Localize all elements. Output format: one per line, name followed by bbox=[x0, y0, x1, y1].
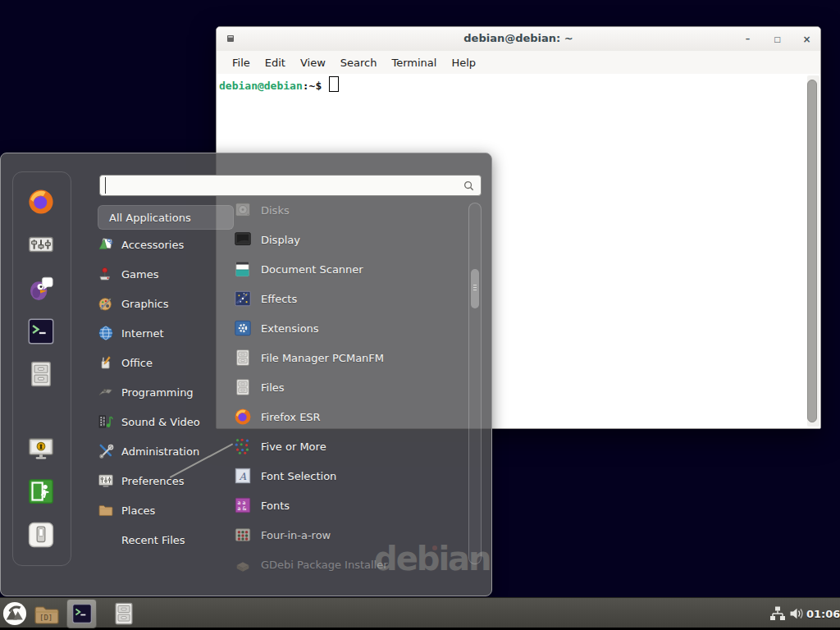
category-label: Programming bbox=[121, 386, 194, 399]
terminal-scrollbar-track[interactable] bbox=[807, 75, 819, 427]
menu-search[interactable]: Search bbox=[333, 57, 385, 69]
desktop-folder-button[interactable]: [D] bbox=[33, 601, 59, 628]
maximize-button[interactable]: □ bbox=[772, 35, 783, 43]
app-label: GDebi Package Installer bbox=[261, 559, 388, 571]
gdebi-icon bbox=[234, 555, 252, 573]
category-list: All ApplicationsAccessoriesGamesGraphics… bbox=[98, 205, 234, 555]
preferences-icon bbox=[98, 472, 114, 489]
category-label: Graphics bbox=[121, 298, 168, 310]
menu-file[interactable]: File bbox=[225, 57, 258, 69]
app-item-document-scanner[interactable]: Document Scanner bbox=[234, 254, 468, 284]
search-box bbox=[99, 175, 482, 196]
menu-terminal[interactable]: Terminal bbox=[384, 57, 444, 69]
category-label: Recent Files bbox=[121, 534, 185, 546]
window-controls: – □ × bbox=[742, 27, 812, 51]
desktop: debian debian@debian: ~ – □ × FileEditVi… bbox=[0, 0, 840, 630]
menu-edit[interactable]: Edit bbox=[258, 57, 293, 69]
accessories-icon bbox=[98, 236, 114, 253]
docscanner-icon bbox=[234, 260, 252, 278]
menu-view[interactable]: View bbox=[293, 57, 333, 69]
terminal-titlebar[interactable]: debian@debian: ~ – □ × bbox=[217, 27, 820, 52]
app-label: Four-in-a-row bbox=[261, 529, 331, 541]
terminal-cursor bbox=[329, 76, 339, 92]
applications-menu-button[interactable] bbox=[2, 601, 27, 626]
app-label: Extensions bbox=[261, 322, 319, 335]
shut-down-button[interactable] bbox=[27, 521, 55, 549]
favorite-pidgin[interactable] bbox=[27, 274, 55, 302]
close-button[interactable]: × bbox=[801, 34, 812, 45]
terminal-scrollbar-thumb[interactable] bbox=[807, 80, 817, 422]
app-item-effects[interactable]: Effects bbox=[234, 284, 468, 313]
app-item-gdebi-package-installer[interactable]: GDebi Package Installer bbox=[234, 550, 468, 579]
prompt-path: :~$ bbox=[303, 80, 322, 92]
fontselection-icon: A bbox=[234, 467, 252, 485]
cabinet-icon bbox=[234, 378, 252, 396]
internet-icon bbox=[98, 325, 114, 341]
firefox-icon bbox=[234, 408, 252, 426]
category-places[interactable]: Places bbox=[98, 495, 234, 525]
terminal-menubar: FileEditViewSearchTerminalHelp bbox=[217, 51, 820, 74]
category-sound-video[interactable]: Sound & Video bbox=[98, 407, 234, 436]
volume-icon[interactable] bbox=[788, 605, 805, 622]
applications-menu-popup: All ApplicationsAccessoriesGamesGraphics… bbox=[0, 153, 492, 596]
network-icon[interactable] bbox=[769, 605, 786, 622]
app-item-display[interactable]: Display bbox=[234, 225, 468, 254]
category-label: Internet bbox=[121, 327, 164, 340]
app-item-file-manager-pcmanfm[interactable]: File Manager PCManFM bbox=[234, 343, 468, 372]
app-item-four-in-a-row[interactable]: Four-in-a-row bbox=[234, 520, 468, 550]
terminal-taskbar-button[interactable] bbox=[66, 599, 97, 628]
places-icon bbox=[98, 502, 114, 518]
category-graphics[interactable]: Graphics bbox=[98, 289, 234, 318]
category-label: Preferences bbox=[121, 475, 184, 487]
app-item-font-selection[interactable]: AFont Selection bbox=[234, 461, 468, 491]
app-list-scrollbar-thumb[interactable] bbox=[471, 269, 479, 308]
app-item-fonts[interactable]: a aa &Fonts bbox=[234, 491, 468, 520]
category-accessories[interactable]: Accessories bbox=[98, 230, 234, 259]
category-games[interactable]: Games bbox=[98, 259, 234, 289]
category-label: Administration bbox=[121, 445, 199, 458]
app-label: Effects bbox=[261, 293, 297, 305]
category-recent-files[interactable]: Recent Files bbox=[98, 525, 234, 555]
category-preferences[interactable]: Preferences bbox=[98, 466, 234, 495]
app-item-firefox-esr[interactable]: Firefox ESR bbox=[234, 402, 468, 431]
prompt-user-host: debian@debian bbox=[219, 80, 303, 92]
favorite-terminal[interactable] bbox=[27, 317, 55, 345]
favorite-firefox[interactable] bbox=[27, 188, 55, 216]
taskbar: [D] 01:06 bbox=[0, 597, 840, 630]
category-label: Places bbox=[121, 504, 155, 517]
category-office[interactable]: Office bbox=[98, 348, 234, 377]
administration-icon bbox=[98, 443, 114, 459]
app-item-files[interactable]: Files bbox=[234, 372, 468, 402]
category-internet[interactable]: Internet bbox=[98, 318, 234, 348]
terminal-icon bbox=[71, 603, 93, 624]
app-label: Disks bbox=[261, 204, 290, 217]
effects-icon bbox=[234, 290, 252, 308]
app-label: Fonts bbox=[261, 500, 290, 512]
lock-screen-button[interactable] bbox=[27, 435, 55, 463]
clock[interactable]: 01:06 bbox=[806, 608, 840, 620]
file-manager-button[interactable] bbox=[112, 601, 136, 626]
app-item-five-or-more[interactable]: Five or More bbox=[234, 431, 468, 461]
app-item-extensions[interactable]: Extensions bbox=[234, 313, 468, 343]
favorite-volume-mixer[interactable] bbox=[27, 231, 55, 258]
app-item-disks[interactable]: Disks bbox=[234, 195, 468, 225]
disks-icon bbox=[234, 201, 252, 219]
menu-help[interactable]: Help bbox=[444, 57, 483, 69]
graphics-icon bbox=[98, 295, 114, 312]
category-administration[interactable]: Administration bbox=[98, 436, 234, 466]
games-icon bbox=[98, 266, 114, 282]
minimize-button[interactable]: – bbox=[742, 34, 753, 44]
svg-text:[D]: [D] bbox=[39, 614, 52, 622]
log-out-button[interactable] bbox=[27, 477, 55, 505]
search-input[interactable] bbox=[105, 177, 463, 194]
fiveormore-icon bbox=[234, 437, 252, 455]
scrollbar-grip bbox=[473, 285, 477, 292]
category-programming[interactable]: Programming bbox=[98, 377, 234, 407]
terminal-prompt: debian@debian:~$ bbox=[219, 76, 339, 111]
svg-text:A: A bbox=[238, 471, 246, 482]
extensions-icon bbox=[234, 319, 252, 337]
favorite-file-manager[interactable] bbox=[27, 360, 55, 388]
app-list-scrollbar-track[interactable] bbox=[468, 203, 482, 564]
category-all-applications[interactable]: All Applications bbox=[98, 205, 234, 230]
fourinarow-icon bbox=[234, 526, 252, 544]
